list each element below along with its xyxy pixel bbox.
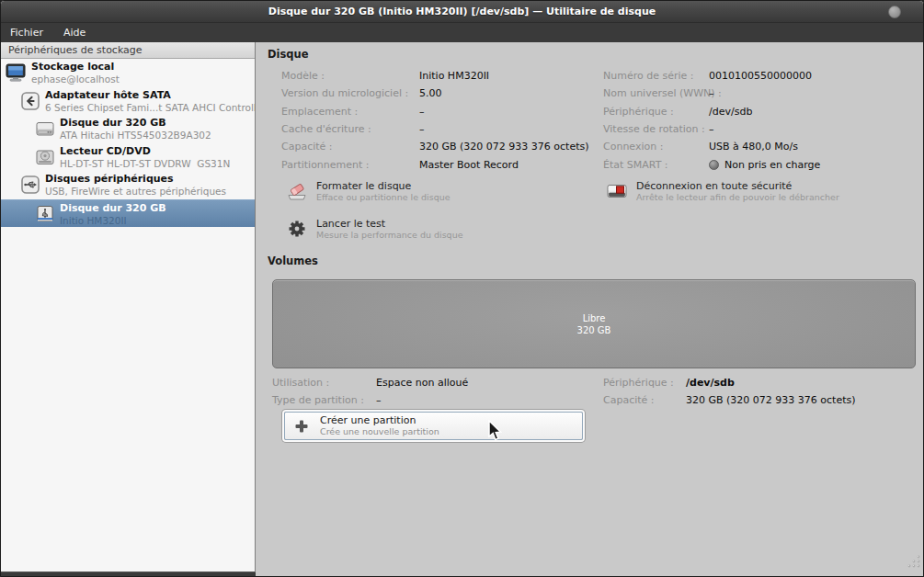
action-subtitle: Mesure la performance du disque <box>316 230 463 241</box>
field-row: Connexion :USB à 480,0 Mo/s <box>603 138 820 155</box>
sidebar-item-sata-adapter[interactable]: Adaptateur hôte SATA 6 Series Chipset Fa… <box>1 87 255 116</box>
field-value: Espace non alloué <box>376 377 468 389</box>
field-value: /dev/sdb <box>686 377 735 389</box>
field-row: Version du micrologiciel :5.00 <box>281 85 589 102</box>
disk-fields-right: Numéro de série :0010100550000000 Nom un… <box>603 67 820 174</box>
action-subtitle: Arrête le lecteur afin de pouvoir le déb… <box>636 192 839 203</box>
field-label: Partitionnement : <box>281 159 419 171</box>
field-row: Périphérique :/dev/sdb <box>603 103 820 120</box>
device-subtitle: Initio HM320II <box>60 215 166 227</box>
device-title: Lecteur CD/DVD <box>60 145 230 158</box>
field-row: Type de partition :– <box>272 391 468 409</box>
field-value: – <box>419 123 425 135</box>
device-tree: Stockage local ephase@localhost Adaptate… <box>1 59 255 227</box>
action-title: Déconnexion en toute sécurité <box>636 180 839 192</box>
titlebar[interactable]: Disque dur 320 GB (Initio HM320II) [/dev… <box>1 1 923 23</box>
field-label: Type de partition : <box>272 394 376 406</box>
field-row: Capacité :320 GB (320 072 933 376 octets… <box>603 391 856 409</box>
field-row: Cache d'écriture :– <box>281 120 589 138</box>
action-title: Formater le disque <box>316 180 451 192</box>
detach-drive-icon <box>606 180 628 202</box>
free-volume-segment[interactable]: Libre 320 GB <box>272 279 916 368</box>
field-row: Modèle :Initio HM320II <box>281 67 589 85</box>
benchmark-button[interactable]: Lancer le test Mesure la performance du … <box>286 218 463 241</box>
plus-icon <box>294 419 309 434</box>
field-label: Capacité : <box>603 394 686 406</box>
field-value: /dev/sdb <box>709 106 752 118</box>
volume-fields-right: Périphérique :/dev/sdb Capacité :320 GB … <box>603 374 856 410</box>
field-label: État SMART : <box>603 159 709 171</box>
disk-utility-window: Disque dur 320 GB (Initio HM320II) [/dev… <box>0 0 924 577</box>
device-title: Disque dur 320 GB <box>60 202 166 215</box>
menu-file[interactable]: Fichier <box>10 23 43 42</box>
create-partition-subtitle: Crée une nouvelle partition <box>320 426 439 437</box>
field-row: Vitesse de rotation :– <box>603 120 820 138</box>
smart-status-value: Non pris en charge <box>724 159 820 171</box>
device-title: Disques périphériques <box>45 173 226 186</box>
field-value: – <box>419 106 425 118</box>
field-value: – <box>709 87 714 99</box>
field-value: 320 GB (320 072 933 376 octets) <box>419 141 589 153</box>
sidebar-item-optical-drive[interactable]: Lecteur CD/DVD HL-DT-ST HL-DT-ST DVDRW G… <box>1 143 255 172</box>
window-title: Disque dur 320 GB (Initio HM320II) [/dev… <box>268 6 656 17</box>
device-title: Disque dur 320 GB <box>60 117 211 130</box>
field-value: – <box>709 123 714 135</box>
device-subtitle: ephase@localhost <box>31 74 120 85</box>
main-panel: Disque Modèle :Initio HM320II Version du… <box>256 42 924 577</box>
field-row: Nom universel (WWN) :– <box>603 85 820 102</box>
field-label: Utilisation : <box>272 377 376 389</box>
disk-fields-left: Modèle :Initio HM320II Version du microl… <box>281 67 589 174</box>
device-subtitle: ATA Hitachi HTS545032B9A302 <box>60 130 211 141</box>
menu-help[interactable]: Aide <box>63 23 86 42</box>
field-row: Périphérique :/dev/sdb <box>603 374 856 391</box>
field-label: Capacité : <box>281 141 419 153</box>
field-label: Emplacement : <box>281 106 419 118</box>
usb-harddisk-icon <box>35 204 55 224</box>
field-label: Périphérique : <box>603 106 709 118</box>
device-title: Stockage local <box>31 61 120 74</box>
sidebar-bottom-frame <box>1 572 256 577</box>
device-subtitle: USB, FireWire et autres périphériques <box>45 186 226 198</box>
resize-grip[interactable] <box>907 554 921 572</box>
harddisk-icon <box>35 119 55 139</box>
volumes-section-title: Volumes <box>268 255 318 267</box>
sidebar-item-local-storage[interactable]: Stockage local ephase@localhost <box>1 59 255 87</box>
format-eraser-icon <box>286 180 308 202</box>
safe-removal-button[interactable]: Déconnexion en toute sécurité Arrête le … <box>606 180 839 203</box>
field-value: USB à 480,0 Mo/s <box>709 141 798 153</box>
field-row: Numéro de série :0010100550000000 <box>603 67 820 85</box>
field-value: 0010100550000000 <box>709 70 812 82</box>
field-row: Utilisation :Espace non alloué <box>272 374 468 391</box>
sidebar-header: Périphériques de stockage <box>1 42 255 59</box>
volume-fields-left: Utilisation :Espace non alloué Type de p… <box>272 374 468 410</box>
disk-section-title: Disque <box>268 48 309 61</box>
device-title: Adaptateur hôte SATA <box>45 89 255 102</box>
create-partition-button[interactable]: Créer une partition Crée une nouvelle pa… <box>284 412 583 440</box>
field-label: Connexion : <box>603 141 709 153</box>
field-label: Modèle : <box>281 70 419 82</box>
field-value: – <box>376 394 382 406</box>
volume-size: 320 GB <box>577 324 611 336</box>
field-row: Capacité :320 GB (320 072 933 376 octets… <box>281 138 589 155</box>
field-label: Cache d'écriture : <box>281 123 419 135</box>
field-label: Nom universel (WWN) : <box>603 87 709 99</box>
action-title: Lancer le test <box>316 218 463 230</box>
window-control-button[interactable] <box>888 6 901 18</box>
action-subtitle: Efface ou partitionne le disque <box>316 192 451 203</box>
field-value: 320 GB (320 072 933 376 octets) <box>686 394 856 406</box>
format-disk-button[interactable]: Formater le disque Efface ou partitionne… <box>286 180 451 203</box>
device-subtitle: 6 Series Chipset Fami...t SATA AHCI Cont… <box>45 102 255 114</box>
create-partition-title: Créer une partition <box>320 414 439 426</box>
field-label: Numéro de série : <box>603 70 709 82</box>
field-value: Master Boot Record <box>419 159 519 171</box>
sidebar-item-internal-harddisk[interactable]: Disque dur 320 GB ATA Hitachi HTS545032B… <box>1 115 255 143</box>
device-subtitle: HL-DT-ST HL-DT-ST DVDRW GS31N <box>60 158 230 170</box>
usb-icon <box>20 175 40 195</box>
sidebar-item-usb-harddisk-selected[interactable]: Disque dur 320 GB Initio HM320II <box>1 199 255 228</box>
gear-icon <box>286 218 308 240</box>
field-label: Version du micrologiciel : <box>281 87 419 99</box>
field-row: Partitionnement :Master Boot Record <box>281 155 589 173</box>
sata-adapter-icon <box>20 91 40 111</box>
field-row: État SMART :Non pris en charge <box>603 155 820 173</box>
sidebar-item-peripheral-devices[interactable]: Disques périphériques USB, FireWire et a… <box>1 171 255 199</box>
